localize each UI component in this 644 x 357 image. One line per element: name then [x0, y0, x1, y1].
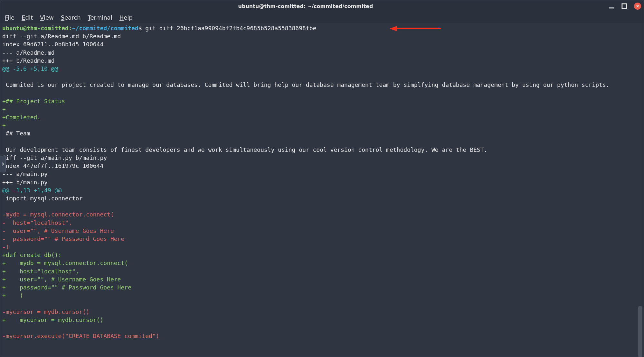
terminal-line: +: [2, 121, 642, 129]
terminal-line: @@ -5,6 +5,10 @@: [2, 65, 642, 73]
terminal-line: + user="", # Username Goes Here: [2, 275, 642, 283]
terminal-line: +## Project Status: [2, 97, 642, 105]
terminal-line: Our development team consists of finest …: [2, 146, 642, 154]
terminal-line: + ): [2, 291, 642, 299]
menu-file[interactable]: File: [5, 14, 14, 21]
terminal-line: [2, 89, 642, 97]
terminal-line: -mydb = mysql.connector.connect(: [2, 210, 642, 218]
terminal-line: - password="" # Password Goes Here: [2, 235, 642, 243]
svg-marker-5: [390, 26, 397, 31]
maximize-button[interactable]: [621, 3, 628, 9]
terminal-line: + password="" # Password Goes Here: [2, 283, 642, 291]
close-button[interactable]: [634, 3, 641, 10]
terminal-line: @@ -1,13 +1,49 @@: [2, 186, 642, 194]
terminal-line: +Completed.: [2, 113, 642, 121]
menu-search[interactable]: Search: [61, 14, 81, 21]
terminal-line: [2, 324, 642, 332]
svg-rect-1: [622, 4, 627, 8]
terminal-line: -mycursor.execute("CREATE DATABASE commi…: [2, 332, 642, 340]
terminal-line: + host="localhost",: [2, 267, 642, 275]
prompt-colon: :: [69, 25, 72, 32]
terminal-line: -): [2, 243, 642, 251]
terminal-line: [2, 299, 642, 307]
terminal-area[interactable]: ubuntu@thm-comitted:~/commited/commited$…: [0, 23, 644, 357]
terminal-line: - host="localhost",: [2, 219, 642, 227]
terminal-line: --- a/Readme.md: [2, 49, 642, 57]
terminal-line: [2, 73, 642, 81]
command-text: git diff 26bcf1aa99094bf2fb4c9685b528a55…: [145, 25, 316, 32]
minimize-button[interactable]: [608, 3, 615, 9]
terminal-line: +def create_db():: [2, 251, 642, 259]
menu-help[interactable]: Help: [119, 14, 133, 21]
window-titlebar[interactable]: ubuntu@thm-comitted: ~/commited/commited: [0, 0, 644, 12]
terminal-line: + mydb = mysql.connector.connect(: [2, 259, 642, 267]
panel-expand-handle[interactable]: [0, 156, 6, 172]
terminal-line: [2, 202, 642, 210]
prompt-path: ~/commited/commited: [72, 25, 138, 32]
terminal-line: [2, 138, 642, 146]
prompt-user-host: ubuntu@thm-comitted: [2, 25, 69, 32]
terminal-line: +++ b/Readme.md: [2, 57, 642, 65]
terminal-window: ubuntu@thm-comitted: ~/commited/commited…: [0, 0, 644, 357]
menu-terminal[interactable]: Terminal: [88, 14, 112, 21]
terminal-line: index 447ef7f..161979c 100644: [2, 162, 642, 170]
scrollbar-thumb[interactable]: [638, 306, 642, 357]
terminal-line: --- a/main.py: [2, 170, 642, 178]
terminal-line: - user="", # Username Goes Here: [2, 227, 642, 235]
terminal-line: +: [2, 105, 642, 113]
prompt-dollar: $: [138, 25, 146, 32]
window-title: ubuntu@thm-comitted: ~/commited/commited: [3, 3, 608, 9]
terminal-line: + mycursor = mydb.cursor(): [2, 316, 642, 324]
terminal-line: +++ b/main.py: [2, 178, 642, 186]
menu-bar: File Edit View Search Terminal Help: [0, 12, 644, 23]
window-controls: [608, 3, 641, 10]
terminal-line: diff --git a/main.py b/main.py: [2, 154, 642, 162]
terminal-line: import mysql.connector: [2, 194, 642, 202]
prompt-line: ubuntu@thm-comitted:~/commited/commited$…: [2, 24, 642, 32]
terminal-line: Commited is our project created to manag…: [2, 81, 642, 89]
annotation-arrow-icon: [390, 25, 441, 32]
terminal-line: index 69d6211..0b8b1d5 100644: [2, 40, 642, 48]
terminal-line: -mycursor = mydb.cursor(): [2, 308, 642, 316]
terminal-line: diff --git a/Readme.md b/Readme.md: [2, 32, 642, 40]
menu-view[interactable]: View: [40, 14, 54, 21]
menu-edit[interactable]: Edit: [22, 14, 33, 21]
terminal-line: ## Team: [2, 129, 642, 137]
